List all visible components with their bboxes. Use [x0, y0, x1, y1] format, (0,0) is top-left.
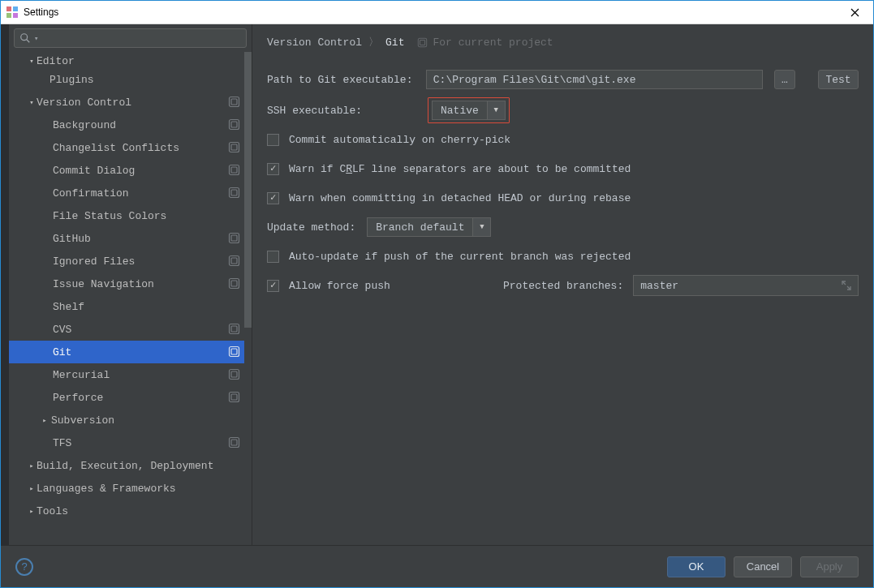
chevron-down-icon: ▾ — [34, 34, 38, 43]
project-scope-icon — [228, 277, 240, 290]
project-scope-icon — [228, 187, 240, 199]
sidebar-item-perforce[interactable]: Perforce — [9, 386, 252, 409]
sidebar-item-build[interactable]: ▸Build, Execution, Deployment — [9, 454, 252, 477]
ssh-label: SSH executable: — [267, 105, 416, 117]
project-scope-icon — [228, 346, 240, 358]
checkbox-detached-head[interactable] — [267, 192, 279, 204]
checkbox-crlf-label: Warn if CRLF line separators are about t… — [289, 163, 631, 175]
checkbox-cherrypick[interactable] — [267, 134, 279, 146]
sidebar-item-plugins[interactable]: Plugins — [9, 68, 252, 91]
svg-rect-19 — [231, 258, 237, 264]
sidebar-item-github[interactable]: GitHub — [9, 227, 252, 250]
checkbox-force-push[interactable] — [267, 280, 279, 292]
svg-rect-10 — [230, 143, 239, 152]
sidebar-item-file-status-colors[interactable]: File Status Colors — [9, 204, 252, 227]
svg-rect-33 — [420, 40, 425, 45]
project-scope-icon — [228, 232, 240, 244]
chevron-down-icon: ▼ — [473, 217, 491, 237]
breadcrumb: Version Control 〉 Git For current projec… — [267, 31, 859, 54]
svg-rect-7 — [231, 99, 237, 105]
chevron-right-icon: ▸ — [27, 507, 37, 516]
chevron-right-icon: ▸ — [27, 461, 37, 470]
ssh-select-value: Native — [441, 105, 479, 117]
search-icon — [19, 32, 31, 44]
svg-rect-27 — [231, 371, 237, 377]
main-scrollbar[interactable] — [865, 24, 873, 545]
ok-button[interactable]: OK — [667, 556, 725, 577]
path-label: Path to Git executable: — [267, 74, 415, 86]
apply-button[interactable]: Apply — [800, 556, 859, 577]
protected-branches-value: master — [640, 280, 678, 292]
project-scope-icon — [228, 141, 240, 153]
sidebar-item-confirmation[interactable]: Confirmation — [9, 182, 252, 204]
svg-rect-8 — [230, 120, 239, 130]
git-path-input[interactable] — [426, 70, 763, 89]
left-gutter — [1, 24, 9, 545]
project-scope-icon — [228, 164, 240, 176]
browse-button[interactable]: … — [774, 70, 795, 89]
update-method-value: Branch default — [376, 221, 464, 234]
expand-icon — [842, 281, 851, 290]
sidebar-scrollbar[interactable] — [244, 52, 252, 545]
help-button[interactable]: ? — [15, 558, 33, 576]
sidebar-item-cvs[interactable]: CVS — [9, 318, 252, 341]
sidebar: ▾ ▾ Editor Plugins ▾ Version Control Bac… — [9, 24, 252, 545]
checkbox-autoupdate[interactable] — [267, 251, 279, 263]
sidebar-item-ignored-files[interactable]: Ignored Files — [9, 250, 252, 273]
sidebar-item-editor[interactable]: ▾ Editor — [9, 54, 252, 68]
test-button[interactable]: Test — [818, 70, 859, 89]
sidebar-item-tfs[interactable]: TFS — [9, 431, 252, 454]
window-title: Settings — [24, 6, 58, 18]
project-scope-icon — [228, 118, 240, 131]
app-icon — [6, 6, 19, 19]
sidebar-item-shelf[interactable]: Shelf — [9, 295, 252, 318]
settings-window: Settings ▾ ▾ Editor Plugins — [0, 0, 874, 588]
update-method-select[interactable]: Branch default ▼ — [367, 217, 491, 237]
chevron-right-icon: ▸ — [40, 416, 50, 425]
sidebar-item-commit-dialog[interactable]: Commit Dialog — [9, 159, 252, 182]
project-scope-icon — [228, 368, 240, 380]
cancel-button[interactable]: Cancel — [734, 556, 792, 577]
svg-rect-16 — [230, 234, 239, 243]
checkbox-detached-head-label: Warn when committing in detached HEAD or… — [289, 192, 631, 204]
svg-rect-2 — [6, 13, 11, 18]
project-scope-icon — [228, 255, 240, 267]
ssh-select[interactable]: Native ▼ — [432, 101, 506, 120]
titlebar: Settings — [1, 1, 873, 24]
project-scope-tag: For current project — [417, 36, 553, 49]
checkbox-crlf[interactable] — [267, 163, 279, 175]
close-button[interactable] — [837, 1, 873, 24]
chevron-right-icon: ▸ — [27, 484, 37, 493]
chevron-down-icon: ▼ — [488, 101, 506, 120]
svg-rect-3 — [13, 13, 18, 18]
sidebar-item-languages[interactable]: ▸Languages & Frameworks — [9, 477, 252, 500]
sidebar-scrollbar-thumb[interactable] — [244, 52, 252, 328]
svg-rect-1 — [13, 6, 18, 11]
svg-rect-14 — [230, 188, 239, 198]
update-method-label: Update method: — [267, 221, 355, 234]
breadcrumb-parent[interactable]: Version Control — [267, 36, 362, 49]
svg-rect-9 — [231, 122, 237, 127]
svg-line-5 — [27, 40, 30, 43]
project-scope-icon — [228, 391, 240, 403]
sidebar-item-background[interactable]: Background — [9, 114, 252, 136]
sidebar-item-issue-navigation[interactable]: Issue Navigation — [9, 273, 252, 295]
svg-rect-26 — [230, 370, 239, 380]
sidebar-item-changelist-conflicts[interactable]: Changelist Conflicts — [9, 136, 252, 159]
svg-rect-18 — [230, 256, 239, 266]
sidebar-item-mercurial[interactable]: Mercurial — [9, 363, 252, 386]
checkbox-cherrypick-label: Commit automatically on cherry-pick — [289, 134, 510, 146]
svg-rect-13 — [231, 167, 237, 173]
svg-rect-24 — [230, 347, 239, 357]
sidebar-item-subversion[interactable]: ▸Subversion — [9, 409, 252, 431]
svg-rect-0 — [6, 6, 11, 11]
protected-branches-input[interactable]: master — [633, 275, 859, 296]
project-scope-icon — [228, 323, 240, 335]
breadcrumb-current: Git — [385, 36, 404, 49]
sidebar-item-version-control[interactable]: ▾ Version Control — [9, 91, 252, 114]
sidebar-item-git[interactable]: Git — [9, 341, 252, 363]
search-input[interactable]: ▾ — [14, 28, 247, 48]
project-scope-icon — [417, 37, 428, 48]
sidebar-item-tools[interactable]: ▸Tools — [9, 500, 252, 522]
svg-point-4 — [21, 34, 28, 41]
